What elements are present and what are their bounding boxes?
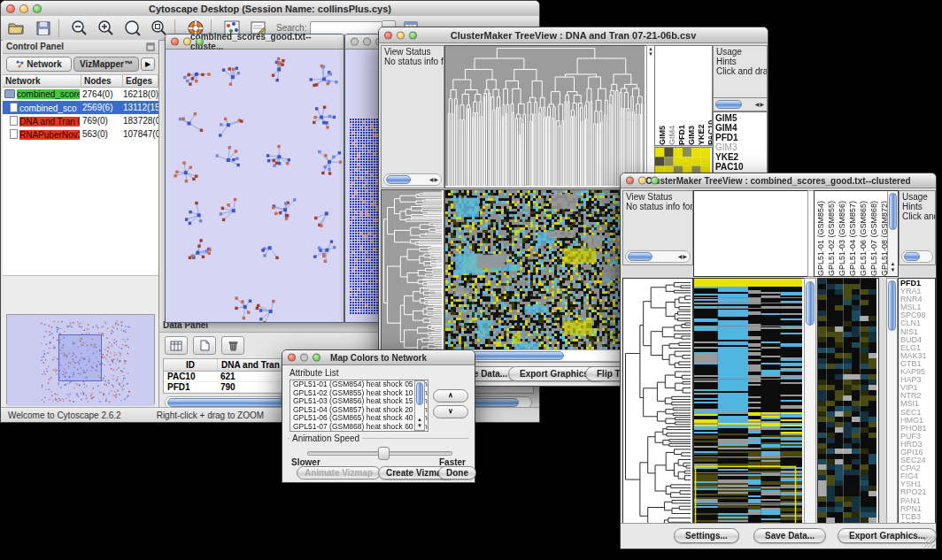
gene-label[interactable]: GIM5 [715,113,765,123]
tv2-heatmap-canvas[interactable] [694,279,802,534]
network-row[interactable]: RNAPuberNov2+ 563(0) 107847(0) [3,127,158,141]
treeview2-titlebar[interactable]: ClusterMaker TreeView : combined_scores_… [621,173,936,188]
treeview1-titlebar[interactable]: ClusterMaker TreeView : DNA and Tran 07-… [379,27,768,43]
column-label[interactable]: YKE2 [697,46,706,145]
slider-thumb[interactable] [378,447,390,460]
vscroll-thumb[interactable] [806,281,815,326]
export-graphics-button[interactable]: Export Graphics... [838,528,937,543]
close-button[interactable] [351,38,359,46]
done-button[interactable]: Done [438,466,476,479]
vscroll-thumb[interactable] [888,280,896,331]
attribute-item[interactable]: GPL51-07 (GSM868) heat shock 60 min [293,423,428,432]
column-label[interactable]: PAC10 [706,46,713,145]
vscroll-thumb[interactable] [889,193,897,230]
column-label[interactable]: GIM5 [658,46,667,145]
gene-label[interactable]: GIM4 [715,123,765,133]
vscroll-arrows[interactable]: ▲▼ [415,417,424,429]
dialog-titlebar[interactable]: Map Colors to Network [282,350,475,365]
column-label[interactable]: GPL51-07 (GSM868) [869,191,879,276]
tv1-heatmap[interactable] [444,189,637,364]
zoom-button[interactable] [313,354,320,362]
tv2-zoom-vscrollbar[interactable]: ▲▼ [886,278,898,537]
tv2-zoom-heatmap[interactable] [817,278,879,529]
animation-speed-slider[interactable] [307,451,452,456]
birdseye-canvas[interactable] [7,315,154,406]
close-button[interactable] [6,4,15,13]
tab-network[interactable]: Network [6,57,72,72]
zoom-out-icon[interactable] [69,19,90,38]
resize-grip[interactable] [924,537,935,548]
save-icon[interactable] [33,19,54,38]
scroll-arrows[interactable]: ◀▶ [755,101,765,107]
open-file-icon[interactable] [6,19,27,38]
tv1-column-dendrogram-canvas[interactable] [445,46,645,186]
tv1-status-scrollbar[interactable]: ◀▶ [383,173,442,186]
tv1-row-dendrogram[interactable] [381,189,444,364]
tab-overflow-arrow[interactable]: ▶ [141,58,155,71]
network-view-titlebar[interactable]: combined_scores_good.txt--cluste... [166,35,344,50]
delete-attribute-icon[interactable] [221,336,244,355]
scroll-arrows[interactable]: ◀▶ [429,176,439,182]
zoom-button[interactable] [33,4,42,13]
close-button[interactable] [384,31,392,39]
zoom-button[interactable] [409,31,417,39]
move-down-button[interactable]: ∨ [433,405,468,418]
birdseye-view[interactable] [6,314,155,404]
attribute-listbox[interactable]: GPL51-01 (GSM854) heat shock 05 minGPL51… [290,380,429,432]
select-attributes-icon[interactable] [165,336,188,355]
tv1-hints-scrollbar[interactable]: ◀▶ [713,97,768,111]
tv2-labels-scrollbar[interactable]: ▲▼ [887,191,898,274]
gene-label[interactable]: PFD1 [715,133,765,142]
attribute-list-scrollbar[interactable]: ▲▼ [414,380,425,431]
network-table-header[interactable]: Network Nodes Edges [3,75,158,88]
tv2-status-scrollbar[interactable]: ◀▶ [625,250,691,263]
tv1-row-dendrogram-canvas[interactable] [382,190,442,361]
column-label[interactable]: GPL51-06 (GSM865) [859,191,869,276]
settings-button[interactable]: Settings... [674,528,739,543]
tv1-column-dendrogram[interactable] [444,45,647,188]
column-label[interactable]: PFD1 [677,46,686,145]
tv2-hints-scrollbar[interactable] [901,250,933,263]
new-attribute-icon[interactable] [193,336,216,355]
gene-label[interactable]: PAC10 [715,162,765,172]
zoom-in-icon[interactable] [96,19,117,38]
tv2-vscrollbar[interactable]: ▲▼ [804,278,816,537]
column-label[interactable]: GPL51-01 (GSM854) [816,191,826,276]
column-label[interactable]: GPL51-03 (GSM856) [838,191,847,276]
tab-vizmapper[interactable]: VizMapper™ [73,57,139,72]
network-canvas[interactable] [166,50,342,322]
minimize-button[interactable] [19,4,28,13]
tv2-column-tree-area[interactable] [693,190,808,277]
animate-vizmap-button[interactable]: Animate Vizmap [297,466,381,479]
minimize-button[interactable] [300,354,308,362]
vscroll-thumb[interactable] [416,382,423,405]
scroll-thumb[interactable] [715,100,742,109]
close-button[interactable] [288,354,296,362]
minimize-button[interactable] [638,177,646,185]
tv2-row-dendrogram-canvas[interactable] [623,279,691,534]
minimize-button[interactable] [397,31,405,39]
move-up-button[interactable]: ∧ [433,389,468,403]
zoom-button[interactable] [651,177,659,185]
zoom-button[interactable] [196,38,204,46]
scroll-arrows[interactable]: ◀▶ [678,253,688,259]
close-button[interactable] [626,177,634,185]
minimize-button[interactable] [363,38,371,46]
network-row[interactable]: DNA and Tran 07 769(0) 183728(0) [3,114,158,127]
network-row[interactable]: combined_sco 2569(6) 13112(15) [3,101,158,114]
column-label[interactable]: GIM3 [687,46,696,145]
tv2-heatmap[interactable] [693,278,805,537]
save-data-button[interactable]: Save Data... [753,528,826,543]
main-titlebar[interactable]: Cytoscape Desktop (Session Name: collins… [1,1,539,17]
column-label[interactable]: GPL51-02 (GSM855) [827,191,837,276]
close-button[interactable] [171,38,179,46]
minimize-button[interactable] [183,38,191,46]
tv1-heatmap-canvas[interactable] [445,190,635,361]
tv2-zoom-heatmap-canvas[interactable] [818,279,876,526]
gene-label[interactable]: GIM3 [715,142,765,152]
scroll-thumb[interactable] [904,252,920,261]
float-panel-icon[interactable] [146,42,155,51]
gene-label[interactable]: YKE2 [715,152,765,162]
scroll-thumb[interactable] [628,252,652,261]
network-row[interactable]: combined_scores_ 2764(0) 16218(0) [3,88,158,101]
